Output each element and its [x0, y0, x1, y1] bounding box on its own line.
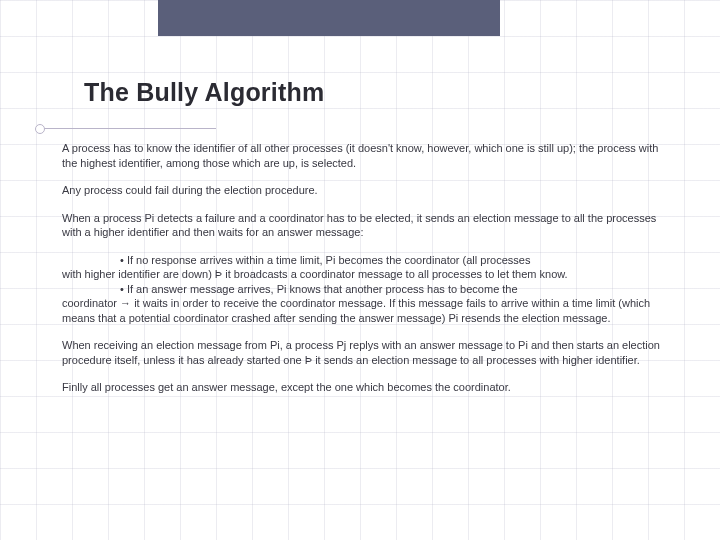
slide-body: A process has to know the identifier of … — [62, 141, 664, 395]
paragraph-1: A process has to know the identifier of … — [62, 141, 664, 170]
paragraph-2: Any process could fail during the electi… — [62, 183, 664, 198]
slide-content: The Bully Algorithm A process has to kno… — [0, 0, 720, 540]
bullet-2: • If an answer message arrives, Pi knows… — [62, 282, 664, 326]
title-underline — [40, 128, 216, 129]
bullet-group: • If no response arrives within a time l… — [62, 253, 664, 326]
bullet-1: • If no response arrives within a time l… — [62, 253, 664, 282]
slide-title: The Bully Algorithm — [62, 78, 664, 107]
paragraph-3: When a process Pi detects a failure and … — [62, 211, 664, 240]
bullet-2-line-b: coordinator → it waits in order to recei… — [62, 296, 664, 325]
paragraph-4: When receiving an election message from … — [62, 338, 664, 367]
bullet-2-line-a: • If an answer message arrives, Pi knows… — [62, 282, 664, 297]
title-bullet-icon — [35, 124, 45, 134]
title-block: The Bully Algorithm — [62, 78, 664, 107]
bullet-1-line-b: with higher identifier are down) Þ it br… — [62, 267, 664, 282]
paragraph-5: Finlly all processes get an answer messa… — [62, 380, 664, 395]
bullet-1-line-a: • If no response arrives within a time l… — [62, 253, 664, 268]
